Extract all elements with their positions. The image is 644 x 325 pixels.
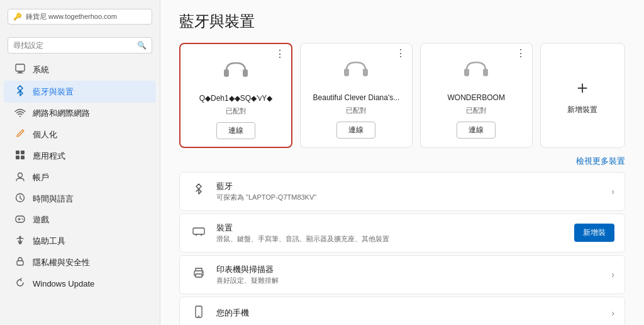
sidebar-item-system[interactable]: 系統 <box>4 59 156 80</box>
svg-point-8 <box>18 173 23 178</box>
device-status-1: 已配對 <box>226 106 247 116</box>
accessibility-icon <box>14 235 26 247</box>
sidebar-item-windows-update[interactable]: Windows Update <box>4 273 156 294</box>
svg-rect-1 <box>18 72 22 73</box>
svg-point-12 <box>23 219 24 220</box>
sidebar-label-accounts: 帳戶 <box>33 172 49 183</box>
svg-rect-15 <box>224 69 229 77</box>
search-input[interactable] <box>13 41 133 50</box>
gaming-icon <box>14 215 26 225</box>
sidebar-top: 🔑 錘貨尼 www.togetherhoo.com <box>0 0 160 31</box>
connect-btn-1[interactable]: 連線 <box>216 122 255 139</box>
device-status-3: 已配對 <box>466 106 487 115</box>
device-name-3: WONDERBOOM <box>448 93 505 103</box>
sidebar-item-personalization[interactable]: 個人化 <box>4 124 156 145</box>
sidebar-item-bluetooth[interactable]: 藍牙與裝置 <box>4 81 156 103</box>
svg-rect-21 <box>193 228 204 234</box>
bluetooth-icon <box>14 85 26 98</box>
svg-rect-16 <box>243 69 248 77</box>
svg-point-24 <box>202 272 203 273</box>
svg-rect-18 <box>363 69 368 76</box>
sidebar-item-time[interactable]: 時間與語言 <box>4 188 156 209</box>
main-content: 藍牙與裝置 ⋮ Q◆Deh1◆◆SQ◆'vY◆ 已配對 連線 ⋮ <box>160 0 644 325</box>
device-card-3[interactable]: ⋮ WONDERBOOM 已配對 連線 <box>420 43 533 148</box>
sidebar-item-network[interactable]: 網路和網際網路 <box>4 103 156 123</box>
connect-btn-2[interactable]: 連線 <box>336 122 375 139</box>
devices-settings-sub: 滑鼠、鍵盤、手寫筆、音訊、顯示器及擴充座、其他裝置 <box>216 234 565 244</box>
sidebar: 🔑 錘貨尼 www.togetherhoo.com 🔍 系統 藍牙與裝置 網路 <box>0 0 160 325</box>
sidebar-label-windows-update: Windows Update <box>33 279 94 288</box>
printers-settings-title: 印表機與掃描器 <box>216 264 602 275</box>
bluetooth-settings-row[interactable]: 藍牙 可探索為 "LAPTOP-Q7TM83KV" › <box>179 172 625 211</box>
sidebar-label-bluetooth: 藍牙與裝置 <box>33 86 74 98</box>
view-more-row: 檢視更多裝置 <box>160 156 644 172</box>
device-name-2: Beautiful Clever Diana's... <box>313 93 400 103</box>
sidebar-item-gaming[interactable]: 遊戲 <box>4 210 156 230</box>
privacy-icon <box>14 256 26 268</box>
svg-rect-14 <box>17 261 23 265</box>
add-device-icon: ＋ <box>574 76 591 100</box>
phone-settings-row[interactable]: 您的手機 › <box>179 297 625 325</box>
svg-rect-17 <box>344 69 349 76</box>
printers-settings-icon <box>190 267 208 282</box>
devices-settings-icon <box>190 226 208 239</box>
address-icon: 🔑 <box>13 13 22 21</box>
printers-arrow-icon: › <box>611 270 614 280</box>
device-card-1[interactable]: ⋮ Q◆Deh1◆◆SQ◆'vY◆ 已配對 連線 <box>179 43 292 148</box>
sidebar-item-accessibility[interactable]: 協助工具 <box>4 231 156 251</box>
devices-settings-text: 裝置 滑鼠、鍵盤、手寫筆、音訊、顯示器及擴充座、其他裝置 <box>216 222 565 244</box>
address-text: 錘貨尼 www.togetherhoo.com <box>26 12 117 21</box>
add-device-button[interactable]: 新增裝 <box>574 224 614 242</box>
device-status-2: 已配對 <box>346 106 367 115</box>
more-menu-btn-3[interactable]: ⋮ <box>516 48 526 59</box>
sidebar-item-apps[interactable]: 應用程式 <box>4 145 156 166</box>
more-menu-btn-1[interactable]: ⋮ <box>275 49 285 59</box>
headphone-icon-2 <box>341 57 370 87</box>
view-more-link[interactable]: 檢視更多裝置 <box>576 156 625 167</box>
sidebar-item-accounts[interactable]: 帳戶 <box>4 167 156 188</box>
svg-rect-2 <box>17 73 23 74</box>
phone-arrow-icon: › <box>611 308 614 318</box>
connect-btn-3[interactable]: 連線 <box>457 122 496 139</box>
settings-section: 藍牙 可探索為 "LAPTOP-Q7TM83KV" › 裝置 滑鼠、鍵盤、手寫筆… <box>160 172 644 325</box>
phone-settings-text: 您的手機 <box>216 307 602 319</box>
device-name-1: Q◆Deh1◆◆SQ◆'vY◆ <box>199 94 273 104</box>
device-card-2[interactable]: ⋮ Beautiful Clever Diana's... 已配對 連線 <box>300 43 413 148</box>
svg-rect-19 <box>464 69 469 76</box>
windows-update-icon <box>14 278 26 290</box>
add-device-label: 新增裝置 <box>567 105 597 115</box>
sidebar-label-privacy: 隱私權與安全性 <box>33 257 90 268</box>
devices-settings-row[interactable]: 裝置 滑鼠、鍵盤、手寫筆、音訊、顯示器及擴充座、其他裝置 新增裝 <box>179 214 625 253</box>
page-title: 藍牙與裝置 <box>179 11 625 31</box>
page-header: 藍牙與裝置 <box>160 0 644 38</box>
svg-rect-0 <box>16 64 25 71</box>
network-icon <box>14 108 26 119</box>
svg-rect-6 <box>16 156 19 159</box>
svg-rect-23 <box>196 274 202 277</box>
svg-rect-5 <box>21 151 25 154</box>
sidebar-label-accessibility: 協助工具 <box>33 236 65 247</box>
accounts-icon <box>14 171 26 183</box>
add-device-card[interactable]: ＋ 新增裝置 <box>540 43 625 148</box>
nav-items: 系統 藍牙與裝置 網路和網際網路 個人化 應用程 <box>0 59 160 325</box>
printers-settings-text: 印表機與掃描器 喜好設定、疑難排解 <box>216 264 602 285</box>
personalization-icon <box>14 128 26 140</box>
svg-point-26 <box>198 316 199 317</box>
sidebar-label-apps: 應用程式 <box>33 151 65 162</box>
sidebar-label-gaming: 遊戲 <box>33 214 49 225</box>
system-icon <box>14 64 26 76</box>
search-box[interactable]: 🔍 <box>8 37 152 54</box>
svg-rect-4 <box>16 151 19 154</box>
more-menu-btn-2[interactable]: ⋮ <box>396 48 406 59</box>
device-cards-row: ⋮ Q◆Deh1◆◆SQ◆'vY◆ 已配對 連線 ⋮ <box>160 38 644 156</box>
printers-settings-row[interactable]: 印表機與掃描器 喜好設定、疑難排解 › <box>179 255 625 294</box>
svg-point-3 <box>19 116 21 117</box>
phone-settings-icon <box>190 305 208 321</box>
bluetooth-settings-icon <box>190 183 208 199</box>
printers-settings-sub: 喜好設定、疑難排解 <box>216 276 602 285</box>
headphone-icon-1 <box>221 58 250 88</box>
devices-settings-title: 裝置 <box>216 222 565 234</box>
phone-settings-title: 您的手機 <box>216 307 602 319</box>
sidebar-item-privacy[interactable]: 隱私權與安全性 <box>4 252 156 273</box>
svg-point-11 <box>21 218 23 219</box>
